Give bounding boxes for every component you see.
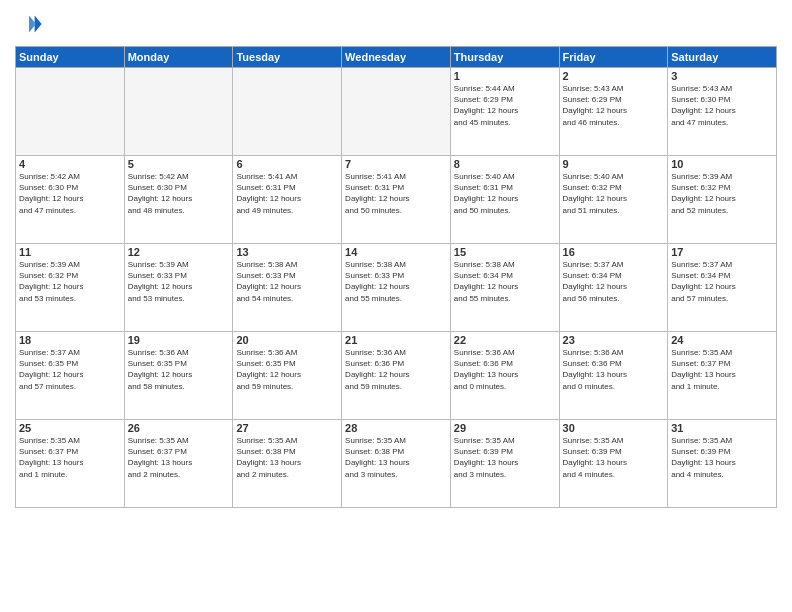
day-info: Sunrise: 5:38 AM Sunset: 6:33 PM Dayligh… bbox=[345, 259, 447, 304]
calendar-cell: 7Sunrise: 5:41 AM Sunset: 6:31 PM Daylig… bbox=[342, 156, 451, 244]
day-number: 28 bbox=[345, 422, 447, 434]
week-row-1: 1Sunrise: 5:44 AM Sunset: 6:29 PM Daylig… bbox=[16, 68, 777, 156]
week-row-3: 11Sunrise: 5:39 AM Sunset: 6:32 PM Dayli… bbox=[16, 244, 777, 332]
day-number: 27 bbox=[236, 422, 338, 434]
calendar-cell: 14Sunrise: 5:38 AM Sunset: 6:33 PM Dayli… bbox=[342, 244, 451, 332]
weekday-header-friday: Friday bbox=[559, 47, 668, 68]
day-info: Sunrise: 5:43 AM Sunset: 6:30 PM Dayligh… bbox=[671, 83, 773, 128]
calendar-cell: 17Sunrise: 5:37 AM Sunset: 6:34 PM Dayli… bbox=[668, 244, 777, 332]
day-number: 19 bbox=[128, 334, 230, 346]
day-number: 2 bbox=[563, 70, 665, 82]
calendar-cell: 18Sunrise: 5:37 AM Sunset: 6:35 PM Dayli… bbox=[16, 332, 125, 420]
calendar-cell: 23Sunrise: 5:36 AM Sunset: 6:36 PM Dayli… bbox=[559, 332, 668, 420]
weekday-header-sunday: Sunday bbox=[16, 47, 125, 68]
week-row-5: 25Sunrise: 5:35 AM Sunset: 6:37 PM Dayli… bbox=[16, 420, 777, 508]
calendar-cell: 10Sunrise: 5:39 AM Sunset: 6:32 PM Dayli… bbox=[668, 156, 777, 244]
day-number: 6 bbox=[236, 158, 338, 170]
day-number: 3 bbox=[671, 70, 773, 82]
week-row-4: 18Sunrise: 5:37 AM Sunset: 6:35 PM Dayli… bbox=[16, 332, 777, 420]
day-info: Sunrise: 5:36 AM Sunset: 6:36 PM Dayligh… bbox=[345, 347, 447, 392]
day-number: 4 bbox=[19, 158, 121, 170]
weekday-header-saturday: Saturday bbox=[668, 47, 777, 68]
calendar-cell: 28Sunrise: 5:35 AM Sunset: 6:38 PM Dayli… bbox=[342, 420, 451, 508]
calendar-cell: 20Sunrise: 5:36 AM Sunset: 6:35 PM Dayli… bbox=[233, 332, 342, 420]
day-info: Sunrise: 5:42 AM Sunset: 6:30 PM Dayligh… bbox=[128, 171, 230, 216]
day-number: 21 bbox=[345, 334, 447, 346]
day-info: Sunrise: 5:35 AM Sunset: 6:37 PM Dayligh… bbox=[19, 435, 121, 480]
day-info: Sunrise: 5:43 AM Sunset: 6:29 PM Dayligh… bbox=[563, 83, 665, 128]
day-info: Sunrise: 5:35 AM Sunset: 6:39 PM Dayligh… bbox=[671, 435, 773, 480]
page: SundayMondayTuesdayWednesdayThursdayFrid… bbox=[0, 0, 792, 612]
calendar-cell: 27Sunrise: 5:35 AM Sunset: 6:38 PM Dayli… bbox=[233, 420, 342, 508]
day-info: Sunrise: 5:36 AM Sunset: 6:36 PM Dayligh… bbox=[454, 347, 556, 392]
day-info: Sunrise: 5:41 AM Sunset: 6:31 PM Dayligh… bbox=[236, 171, 338, 216]
day-info: Sunrise: 5:35 AM Sunset: 6:38 PM Dayligh… bbox=[345, 435, 447, 480]
day-number: 14 bbox=[345, 246, 447, 258]
day-info: Sunrise: 5:36 AM Sunset: 6:35 PM Dayligh… bbox=[236, 347, 338, 392]
week-row-2: 4Sunrise: 5:42 AM Sunset: 6:30 PM Daylig… bbox=[16, 156, 777, 244]
day-info: Sunrise: 5:40 AM Sunset: 6:32 PM Dayligh… bbox=[563, 171, 665, 216]
day-number: 15 bbox=[454, 246, 556, 258]
day-number: 12 bbox=[128, 246, 230, 258]
day-info: Sunrise: 5:35 AM Sunset: 6:37 PM Dayligh… bbox=[671, 347, 773, 392]
calendar-cell: 29Sunrise: 5:35 AM Sunset: 6:39 PM Dayli… bbox=[450, 420, 559, 508]
calendar-cell: 24Sunrise: 5:35 AM Sunset: 6:37 PM Dayli… bbox=[668, 332, 777, 420]
day-number: 18 bbox=[19, 334, 121, 346]
day-info: Sunrise: 5:40 AM Sunset: 6:31 PM Dayligh… bbox=[454, 171, 556, 216]
weekday-header-wednesday: Wednesday bbox=[342, 47, 451, 68]
day-info: Sunrise: 5:37 AM Sunset: 6:35 PM Dayligh… bbox=[19, 347, 121, 392]
day-number: 30 bbox=[563, 422, 665, 434]
calendar-cell: 13Sunrise: 5:38 AM Sunset: 6:33 PM Dayli… bbox=[233, 244, 342, 332]
calendar-cell: 1Sunrise: 5:44 AM Sunset: 6:29 PM Daylig… bbox=[450, 68, 559, 156]
weekday-header-monday: Monday bbox=[124, 47, 233, 68]
calendar-cell: 2Sunrise: 5:43 AM Sunset: 6:29 PM Daylig… bbox=[559, 68, 668, 156]
day-number: 1 bbox=[454, 70, 556, 82]
calendar-cell: 16Sunrise: 5:37 AM Sunset: 6:34 PM Dayli… bbox=[559, 244, 668, 332]
calendar: SundayMondayTuesdayWednesdayThursdayFrid… bbox=[15, 46, 777, 508]
day-number: 13 bbox=[236, 246, 338, 258]
calendar-cell: 19Sunrise: 5:36 AM Sunset: 6:35 PM Dayli… bbox=[124, 332, 233, 420]
calendar-cell: 3Sunrise: 5:43 AM Sunset: 6:30 PM Daylig… bbox=[668, 68, 777, 156]
day-number: 29 bbox=[454, 422, 556, 434]
logo bbox=[15, 10, 47, 38]
day-info: Sunrise: 5:35 AM Sunset: 6:37 PM Dayligh… bbox=[128, 435, 230, 480]
day-number: 31 bbox=[671, 422, 773, 434]
calendar-cell: 26Sunrise: 5:35 AM Sunset: 6:37 PM Dayli… bbox=[124, 420, 233, 508]
day-number: 24 bbox=[671, 334, 773, 346]
logo-icon bbox=[15, 10, 43, 38]
day-number: 25 bbox=[19, 422, 121, 434]
calendar-cell: 11Sunrise: 5:39 AM Sunset: 6:32 PM Dayli… bbox=[16, 244, 125, 332]
calendar-cell bbox=[233, 68, 342, 156]
calendar-cell: 9Sunrise: 5:40 AM Sunset: 6:32 PM Daylig… bbox=[559, 156, 668, 244]
day-number: 16 bbox=[563, 246, 665, 258]
day-info: Sunrise: 5:39 AM Sunset: 6:32 PM Dayligh… bbox=[19, 259, 121, 304]
day-info: Sunrise: 5:41 AM Sunset: 6:31 PM Dayligh… bbox=[345, 171, 447, 216]
day-number: 8 bbox=[454, 158, 556, 170]
day-number: 7 bbox=[345, 158, 447, 170]
day-info: Sunrise: 5:36 AM Sunset: 6:35 PM Dayligh… bbox=[128, 347, 230, 392]
calendar-cell: 6Sunrise: 5:41 AM Sunset: 6:31 PM Daylig… bbox=[233, 156, 342, 244]
calendar-cell: 15Sunrise: 5:38 AM Sunset: 6:34 PM Dayli… bbox=[450, 244, 559, 332]
day-info: Sunrise: 5:35 AM Sunset: 6:39 PM Dayligh… bbox=[454, 435, 556, 480]
calendar-cell bbox=[342, 68, 451, 156]
day-number: 23 bbox=[563, 334, 665, 346]
header bbox=[15, 10, 777, 38]
day-number: 20 bbox=[236, 334, 338, 346]
calendar-cell: 25Sunrise: 5:35 AM Sunset: 6:37 PM Dayli… bbox=[16, 420, 125, 508]
day-info: Sunrise: 5:35 AM Sunset: 6:39 PM Dayligh… bbox=[563, 435, 665, 480]
day-info: Sunrise: 5:38 AM Sunset: 6:34 PM Dayligh… bbox=[454, 259, 556, 304]
calendar-cell bbox=[16, 68, 125, 156]
weekday-header-row: SundayMondayTuesdayWednesdayThursdayFrid… bbox=[16, 47, 777, 68]
day-number: 22 bbox=[454, 334, 556, 346]
day-number: 26 bbox=[128, 422, 230, 434]
calendar-cell: 8Sunrise: 5:40 AM Sunset: 6:31 PM Daylig… bbox=[450, 156, 559, 244]
weekday-header-tuesday: Tuesday bbox=[233, 47, 342, 68]
day-info: Sunrise: 5:39 AM Sunset: 6:32 PM Dayligh… bbox=[671, 171, 773, 216]
calendar-cell: 12Sunrise: 5:39 AM Sunset: 6:33 PM Dayli… bbox=[124, 244, 233, 332]
day-info: Sunrise: 5:44 AM Sunset: 6:29 PM Dayligh… bbox=[454, 83, 556, 128]
day-info: Sunrise: 5:37 AM Sunset: 6:34 PM Dayligh… bbox=[563, 259, 665, 304]
day-number: 5 bbox=[128, 158, 230, 170]
day-info: Sunrise: 5:35 AM Sunset: 6:38 PM Dayligh… bbox=[236, 435, 338, 480]
day-number: 9 bbox=[563, 158, 665, 170]
calendar-cell: 5Sunrise: 5:42 AM Sunset: 6:30 PM Daylig… bbox=[124, 156, 233, 244]
